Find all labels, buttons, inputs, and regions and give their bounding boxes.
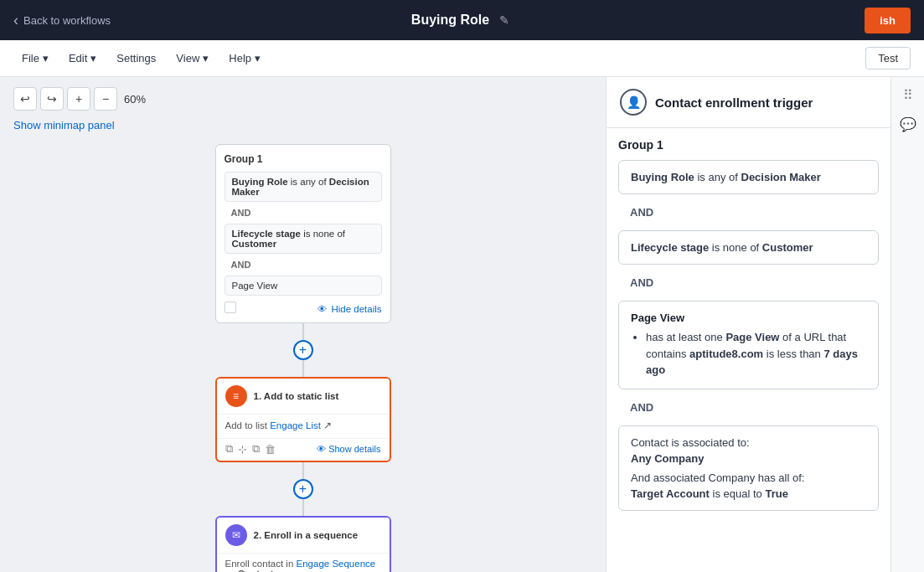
target-account-line: Target Account is equal to True (631, 487, 866, 500)
canvas-area: ↩ ↪ + − 60% Show minimap panel Group 1 B… (0, 77, 924, 572)
connector-line-1b (302, 360, 304, 377)
trigger-checkbox[interactable] (225, 301, 236, 313)
action-1-link[interactable]: Engage List (270, 420, 321, 430)
enrollment-trigger-panel: 👤 Contact enrollment trigger Group 1 Buy… (606, 77, 890, 572)
copy-icon[interactable]: ⧉ (225, 442, 233, 456)
and-separator-2: AND (225, 257, 382, 272)
show-details-link[interactable]: 👁 Show details (317, 444, 380, 454)
panel-and-1: AND (618, 201, 879, 224)
file-menu[interactable]: File ▾ (13, 47, 57, 70)
help-menu[interactable]: Help ▾ (220, 47, 269, 70)
view-chevron-icon: ▾ (203, 52, 209, 64)
add-step-button-2[interactable]: + (293, 479, 313, 499)
move-icon[interactable]: ⊹ (238, 443, 247, 456)
eye-icon: 👁 (317, 304, 328, 314)
zoom-in-button[interactable]: + (67, 87, 90, 111)
panel-body: Group 1 Buying Role is any of Decision M… (607, 128, 890, 572)
and-separator-1: AND (225, 205, 382, 220)
action-card-1[interactable]: ≡ 1. Add to static list Add to list Enga… (215, 377, 391, 462)
external-link-icon: ↗ (323, 420, 332, 430)
trigger-group-label: Group 1 (225, 153, 382, 165)
undo-icon: ↩ (20, 92, 30, 106)
edit-menu[interactable]: Edit ▾ (60, 47, 105, 70)
edit-pencil-icon: ✎ (499, 13, 509, 27)
view-menu[interactable]: View ▾ (168, 47, 217, 70)
action-1-footer: ⧉ ⊹ ⧉ 🗑 👁 Show details (217, 438, 390, 461)
action-2-icon: ✉ (225, 524, 247, 546)
file-label: File (22, 52, 39, 64)
settings-menu[interactable]: Settings (108, 47, 164, 70)
redo-icon: ↪ (47, 92, 57, 106)
duplicate-icon[interactable]: ⧉ (252, 442, 260, 456)
condition2-mid: is none of (712, 241, 762, 254)
condition-block-4: Contact is associated to: Any Company An… (618, 425, 879, 511)
grid-icon[interactable]: ⠿ (903, 87, 913, 103)
zoom-level: 60% (124, 93, 146, 106)
canvas-controls: ↩ ↪ + − 60% (13, 87, 146, 111)
filter3-label: Page View (232, 281, 278, 291)
file-chevron-icon: ▾ (43, 52, 49, 64)
connector-line-2b (302, 499, 304, 516)
eye-icon-2: 👁 (317, 444, 326, 454)
back-arrow-icon: ‹ (13, 12, 18, 29)
company-assoc-line3: And associated Company has all of: (631, 472, 866, 484)
action-2-step-label: 2. Enroll in a sequence (254, 530, 359, 540)
action-2-body: Enroll contact in Engage Sequence as Con… (217, 553, 390, 572)
zoom-out-button[interactable]: − (94, 87, 117, 111)
publish-label: ish (880, 14, 896, 27)
publish-button[interactable]: ish (865, 8, 911, 33)
action-card-2[interactable]: ✉ 2. Enroll in a sequence Enroll contact… (215, 516, 391, 572)
edit-title-button[interactable]: ✎ (496, 12, 513, 28)
redo-button[interactable]: ↪ (40, 87, 64, 111)
back-to-workflows-link[interactable]: ‹ Back to workflows (13, 12, 111, 29)
filter2-value: Customer (232, 239, 277, 249)
panel-and-3: AND (618, 396, 879, 419)
test-button[interactable]: Test (865, 47, 911, 70)
hide-details-link[interactable]: 👁 Hide details (317, 301, 381, 314)
condition1-value: Decision Maker (741, 171, 821, 183)
trigger-card[interactable]: Group 1 Buying Role is any of Decision M… (215, 144, 391, 323)
view-label: View (176, 52, 199, 64)
page-view-bullet: has at least one Page View of a URL that… (646, 329, 866, 379)
minus-icon: − (102, 92, 109, 106)
condition2-keyword: Lifecycle stage (631, 241, 709, 254)
page-view-bold: Page View (725, 331, 779, 343)
add-step-button-1[interactable]: + (293, 340, 313, 360)
workflow-title-area: Buying Role ✎ (411, 12, 513, 28)
connector-1: + (293, 323, 313, 377)
undo-button[interactable]: ↩ (13, 87, 37, 111)
page-view-title: Page View (631, 312, 866, 324)
settings-label: Settings (116, 52, 156, 64)
icon-strip: ⠿ 💬 (890, 77, 924, 572)
filter-item-1: Buying Role is any of Decision Maker (225, 172, 382, 202)
condition-block-2: Lifecycle stage is none of Customer (618, 230, 879, 265)
action-2-link[interactable]: Engage Sequence (297, 559, 376, 569)
minimap-link[interactable]: Show minimap panel (13, 119, 115, 131)
domain-bold: aptitude8.com (689, 348, 763, 360)
workflow-title: Buying Role (411, 13, 489, 28)
trigger-footer: 👁 Hide details (225, 301, 382, 314)
connector-line-1 (302, 323, 304, 340)
action-1-icon: ≡ (225, 385, 247, 407)
condition1-mid: is any of (697, 171, 741, 183)
condition-block-3: Page View has at least one Page View of … (618, 301, 879, 389)
panel-header: 👤 Contact enrollment trigger (607, 77, 890, 128)
chat-icon[interactable]: 💬 (900, 116, 916, 132)
edit-label: Edit (69, 52, 87, 64)
filter2-keyword: Lifecycle stage (232, 229, 301, 239)
action-2-role: Contact owner (238, 569, 305, 572)
help-label: Help (229, 52, 251, 64)
connector-2: + (293, 462, 313, 516)
true-bold: True (765, 487, 787, 500)
any-company-bold: Any Company (631, 452, 704, 465)
help-chevron-icon: ▾ (255, 52, 261, 64)
page-view-list: has at least one Page View of a URL that… (631, 329, 866, 379)
action-1-step-label: 1. Add to static list (254, 391, 339, 401)
filter-item-3: Page View (225, 276, 382, 296)
workflow-nodes: Group 1 Buying Role is any of Decision M… (215, 144, 391, 572)
delete-icon[interactable]: 🗑 (265, 443, 276, 456)
workflow-canvas: ↩ ↪ + − 60% Show minimap panel Group 1 B… (0, 77, 606, 572)
plus-icon: + (75, 92, 82, 106)
condition2-value: Customer (762, 241, 813, 254)
company-assoc-line1: Contact is associated to: (631, 436, 866, 449)
